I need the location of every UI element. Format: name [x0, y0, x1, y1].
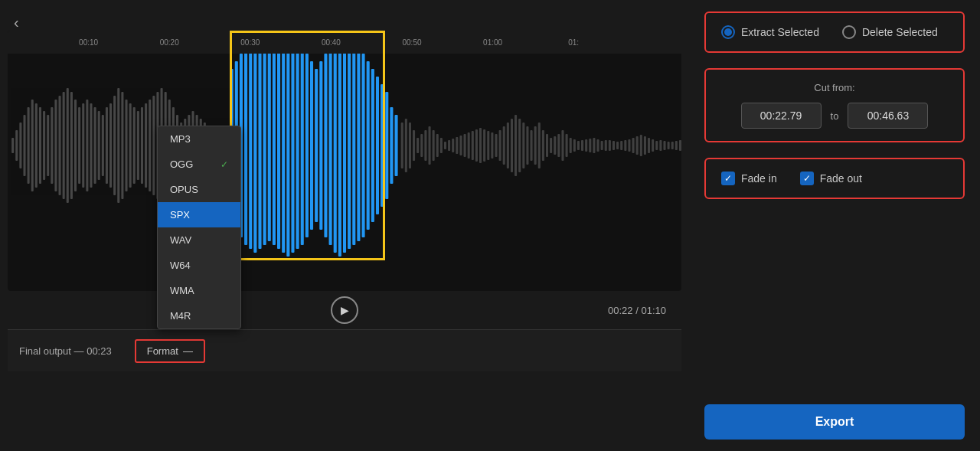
svg-rect-107 [459, 136, 462, 155]
svg-rect-104 [448, 140, 450, 151]
svg-rect-0 [11, 138, 14, 153]
svg-rect-3 [23, 115, 25, 176]
svg-rect-100 [433, 130, 435, 161]
waveform-container[interactable]: 00:10 00:20 00:30 00:40 00:50 01:00 01: [8, 31, 681, 291]
svg-rect-135 [570, 138, 572, 153]
svg-rect-150 [628, 139, 630, 152]
format-option-label: WAV [170, 234, 191, 246]
svg-rect-74 [315, 69, 318, 222]
format-arrow: — [183, 345, 193, 357]
timeline-label-5: 00:50 [402, 38, 421, 47]
format-button[interactable]: Format — [135, 339, 205, 363]
svg-rect-115 [491, 132, 493, 159]
format-option-mp3[interactable]: MP3 [158, 126, 240, 152]
format-option-label: W64 [170, 260, 191, 271]
extract-radio[interactable]: Extract Selected [721, 25, 819, 39]
svg-rect-132 [557, 134, 560, 157]
svg-rect-62 [258, 42, 261, 249]
timeline-label-7: 01: [568, 38, 579, 47]
fade-out-check-icon: ✓ [800, 172, 814, 185]
svg-rect-143 [601, 141, 603, 150]
svg-rect-156 [652, 139, 654, 152]
svg-rect-113 [483, 129, 485, 162]
svg-rect-118 [503, 126, 505, 165]
svg-rect-147 [616, 142, 619, 149]
svg-rect-161 [671, 142, 674, 149]
format-option-spx[interactable]: SPX [158, 202, 240, 227]
right-panel: Extract Selected Delete Selected Cut fro… [689, 0, 980, 451]
cut-start-input[interactable] [741, 103, 822, 129]
svg-rect-130 [550, 138, 552, 153]
svg-rect-114 [487, 131, 489, 160]
svg-rect-8 [43, 111, 45, 180]
svg-rect-108 [464, 134, 466, 157]
svg-rect-34 [145, 103, 147, 188]
format-option-opus[interactable]: OPUS [158, 177, 240, 202]
format-option-w64[interactable]: W64 [158, 253, 240, 278]
svg-rect-88 [381, 84, 384, 207]
svg-rect-75 [319, 61, 322, 230]
to-label: to [831, 110, 839, 122]
svg-rect-77 [329, 46, 332, 245]
svg-rect-79 [338, 34, 341, 257]
svg-rect-71 [301, 46, 304, 245]
svg-rect-119 [507, 123, 509, 168]
svg-rect-28 [121, 92, 123, 199]
delete-radio[interactable]: Delete Selected [842, 25, 938, 39]
svg-rect-33 [141, 107, 143, 184]
format-option-label: OGG [170, 159, 193, 170]
extract-delete-section: Extract Selected Delete Selected [704, 11, 965, 53]
svg-rect-18 [82, 103, 84, 188]
left-panel: 00:10 00:20 00:30 00:40 00:50 01:00 01: … [0, 0, 689, 451]
svg-rect-36 [152, 96, 155, 195]
svg-rect-4 [28, 107, 30, 184]
timeline-label-2: 00:20 [160, 38, 179, 47]
svg-rect-66 [277, 42, 280, 249]
play-button[interactable]: ▶ [331, 296, 358, 324]
svg-rect-134 [566, 134, 568, 157]
back-button[interactable]: ‹ [14, 14, 19, 31]
current-time: 00:22 [608, 305, 633, 316]
svg-rect-13 [63, 92, 65, 199]
svg-rect-83 [357, 50, 360, 241]
cut-end-input[interactable] [848, 103, 928, 129]
svg-rect-136 [573, 139, 576, 152]
svg-rect-35 [149, 100, 151, 191]
svg-rect-60 [249, 42, 252, 249]
timeline: 00:10 00:20 00:30 00:40 00:50 01:00 01: [8, 31, 681, 54]
svg-rect-128 [542, 130, 544, 161]
svg-rect-78 [334, 38, 337, 253]
check-icon: ✓ [220, 159, 228, 170]
svg-rect-68 [286, 34, 289, 257]
svg-rect-73 [310, 61, 313, 230]
svg-rect-14 [67, 88, 69, 203]
svg-rect-152 [636, 136, 639, 155]
svg-rect-127 [538, 123, 541, 168]
export-button[interactable]: Export [704, 404, 965, 440]
svg-rect-19 [86, 100, 88, 191]
format-option-m4r[interactable]: M4R [158, 303, 240, 328]
svg-rect-5 [31, 100, 34, 191]
svg-rect-103 [444, 142, 446, 149]
fade-out-checkbox[interactable]: ✓ Fade out [800, 172, 862, 185]
svg-rect-12 [59, 96, 61, 195]
format-option-wma[interactable]: WMA [158, 278, 240, 303]
svg-rect-86 [371, 69, 374, 222]
format-option-label: MP3 [170, 133, 191, 145]
svg-rect-163 [679, 140, 681, 151]
svg-rect-20 [90, 103, 92, 188]
svg-rect-151 [632, 138, 635, 153]
svg-rect-129 [546, 134, 548, 157]
fade-in-checkbox[interactable]: ✓ Fade in [721, 172, 777, 185]
svg-rect-81 [348, 42, 351, 249]
svg-rect-16 [74, 100, 77, 191]
svg-rect-67 [282, 38, 285, 253]
cut-from-label: Cut from: [721, 82, 948, 93]
format-option-wav[interactable]: WAV [158, 227, 240, 253]
timeline-label-1: 00:10 [79, 38, 98, 47]
svg-rect-32 [137, 111, 139, 180]
svg-rect-22 [98, 111, 100, 180]
format-option-ogg[interactable]: OGG ✓ [158, 152, 240, 177]
svg-rect-7 [39, 107, 41, 184]
svg-rect-25 [109, 103, 112, 188]
